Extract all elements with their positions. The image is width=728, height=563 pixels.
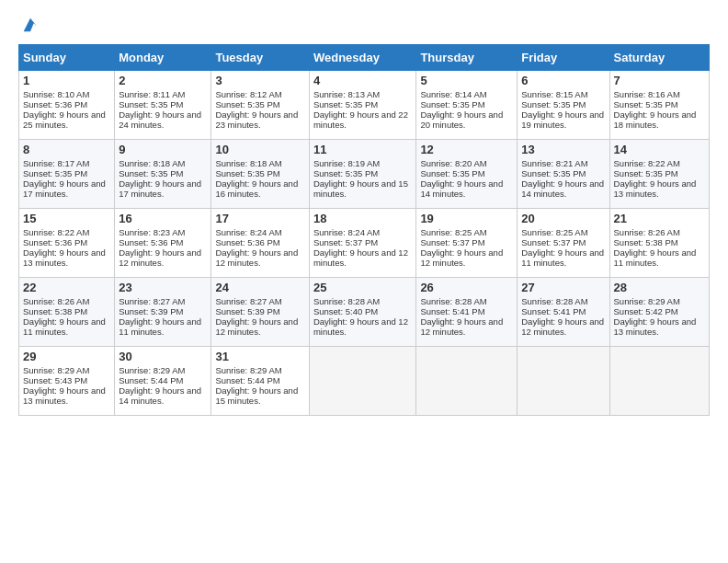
- daylight-text: Daylight: 9 hours and 13 minutes.: [614, 316, 697, 337]
- sunset-text: Sunset: 5:38 PM: [23, 306, 87, 316]
- sunrise-text: Sunrise: 8:19 AM: [313, 158, 380, 168]
- day-number: 19: [420, 212, 513, 225]
- calendar-week-row: 22Sunrise: 8:26 AMSunset: 5:38 PMDayligh…: [19, 278, 710, 347]
- sunrise-text: Sunrise: 8:14 AM: [420, 89, 486, 99]
- daylight-text: Daylight: 9 hours and 17 minutes.: [119, 178, 201, 199]
- sunset-text: Sunset: 5:35 PM: [521, 168, 586, 178]
- day-number: 22: [23, 281, 110, 294]
- calendar-day-cell: 3Sunrise: 8:12 AMSunset: 5:35 PMDaylight…: [211, 71, 310, 140]
- calendar-day-cell: 14Sunrise: 8:22 AMSunset: 5:35 PMDayligh…: [609, 140, 709, 209]
- calendar-day-cell: [309, 347, 415, 416]
- day-number: 5: [420, 74, 513, 87]
- sunset-text: Sunset: 5:36 PM: [215, 237, 279, 247]
- sunset-text: Sunset: 5:35 PM: [23, 168, 87, 178]
- day-number: 31: [215, 350, 305, 363]
- sunset-text: Sunset: 5:35 PM: [420, 168, 484, 178]
- calendar-week-row: 15Sunrise: 8:22 AMSunset: 5:36 PMDayligh…: [19, 209, 710, 278]
- day-number: 23: [119, 281, 207, 294]
- sunset-text: Sunset: 5:41 PM: [420, 306, 484, 316]
- sunrise-text: Sunrise: 8:27 AM: [215, 296, 281, 306]
- sunrise-text: Sunrise: 8:16 AM: [614, 89, 680, 99]
- calendar-day-cell: 19Sunrise: 8:25 AMSunset: 5:37 PMDayligh…: [416, 209, 518, 278]
- sunset-text: Sunset: 5:35 PM: [119, 168, 183, 178]
- calendar-day-cell: 21Sunrise: 8:26 AMSunset: 5:38 PMDayligh…: [609, 209, 709, 278]
- daylight-text: Daylight: 9 hours and 11 minutes.: [23, 316, 106, 337]
- day-number: 4: [313, 74, 412, 87]
- logo-icon: [20, 15, 40, 35]
- calendar-header-saturday: Saturday: [609, 45, 709, 71]
- daylight-text: Daylight: 9 hours and 22 minutes.: [313, 109, 408, 130]
- sunrise-text: Sunrise: 8:11 AM: [119, 89, 185, 99]
- daylight-text: Daylight: 9 hours and 20 minutes.: [420, 109, 503, 130]
- sunrise-text: Sunrise: 8:29 AM: [614, 296, 680, 306]
- calendar-day-cell: 31Sunrise: 8:29 AMSunset: 5:44 PMDayligh…: [211, 347, 310, 416]
- sunrise-text: Sunrise: 8:10 AM: [23, 89, 89, 99]
- calendar-week-row: 1Sunrise: 8:10 AMSunset: 5:36 PMDaylight…: [19, 71, 710, 140]
- sunrise-text: Sunrise: 8:25 AM: [521, 227, 587, 237]
- sunrise-text: Sunrise: 8:29 AM: [23, 365, 89, 375]
- day-number: 27: [521, 281, 605, 294]
- sunset-text: Sunset: 5:35 PM: [521, 99, 586, 109]
- calendar-day-cell: 13Sunrise: 8:21 AMSunset: 5:35 PMDayligh…: [518, 140, 609, 209]
- calendar-header-tuesday: Tuesday: [211, 45, 310, 71]
- calendar-day-cell: 15Sunrise: 8:22 AMSunset: 5:36 PMDayligh…: [19, 209, 115, 278]
- calendar-day-cell: 2Sunrise: 8:11 AMSunset: 5:35 PMDaylight…: [115, 71, 211, 140]
- daylight-text: Daylight: 9 hours and 18 minutes.: [614, 109, 697, 130]
- sunset-text: Sunset: 5:37 PM: [521, 237, 586, 247]
- day-number: 16: [119, 212, 207, 225]
- daylight-text: Daylight: 9 hours and 11 minutes.: [521, 247, 604, 268]
- day-number: 24: [215, 281, 305, 294]
- day-number: 2: [119, 74, 207, 87]
- daylight-text: Daylight: 9 hours and 13 minutes.: [614, 178, 697, 199]
- calendar-header-wednesday: Wednesday: [309, 45, 415, 71]
- daylight-text: Daylight: 9 hours and 12 minutes.: [420, 247, 503, 268]
- calendar-day-cell: 11Sunrise: 8:19 AMSunset: 5:35 PMDayligh…: [309, 140, 415, 209]
- sunrise-text: Sunrise: 8:24 AM: [313, 227, 380, 237]
- calendar-day-cell: 6Sunrise: 8:15 AMSunset: 5:35 PMDaylight…: [518, 71, 609, 140]
- day-number: 12: [420, 143, 513, 156]
- daylight-text: Daylight: 9 hours and 25 minutes.: [23, 109, 106, 130]
- calendar-day-cell: [416, 347, 518, 416]
- sunset-text: Sunset: 5:35 PM: [215, 168, 279, 178]
- sunset-text: Sunset: 5:36 PM: [119, 237, 183, 247]
- calendar-day-cell: 29Sunrise: 8:29 AMSunset: 5:43 PMDayligh…: [19, 347, 115, 416]
- daylight-text: Daylight: 9 hours and 13 minutes.: [23, 385, 106, 406]
- calendar-day-cell: 28Sunrise: 8:29 AMSunset: 5:42 PMDayligh…: [609, 278, 709, 347]
- day-number: 20: [521, 212, 605, 225]
- sunrise-text: Sunrise: 8:17 AM: [23, 158, 89, 168]
- calendar-header-friday: Friday: [518, 45, 609, 71]
- calendar-day-cell: 4Sunrise: 8:13 AMSunset: 5:35 PMDaylight…: [309, 71, 415, 140]
- day-number: 8: [23, 143, 110, 156]
- sunrise-text: Sunrise: 8:22 AM: [23, 227, 89, 237]
- sunrise-text: Sunrise: 8:18 AM: [215, 158, 281, 168]
- sunrise-text: Sunrise: 8:28 AM: [521, 296, 587, 306]
- calendar-day-cell: 26Sunrise: 8:28 AMSunset: 5:41 PMDayligh…: [416, 278, 518, 347]
- calendar-day-cell: 17Sunrise: 8:24 AMSunset: 5:36 PMDayligh…: [211, 209, 310, 278]
- daylight-text: Daylight: 9 hours and 12 minutes.: [420, 316, 503, 337]
- sunset-text: Sunset: 5:44 PM: [215, 375, 279, 385]
- sunrise-text: Sunrise: 8:23 AM: [119, 227, 185, 237]
- day-number: 9: [119, 143, 207, 156]
- sunset-text: Sunset: 5:35 PM: [215, 99, 279, 109]
- sunrise-text: Sunrise: 8:27 AM: [119, 296, 185, 306]
- header-section: [18, 15, 710, 35]
- day-number: 17: [215, 212, 305, 225]
- day-number: 10: [215, 143, 305, 156]
- day-number: 11: [313, 143, 412, 156]
- calendar-day-cell: [518, 347, 609, 416]
- calendar-day-cell: 8Sunrise: 8:17 AMSunset: 5:35 PMDaylight…: [19, 140, 115, 209]
- sunset-text: Sunset: 5:36 PM: [23, 237, 87, 247]
- daylight-text: Daylight: 9 hours and 16 minutes.: [215, 178, 298, 199]
- sunrise-text: Sunrise: 8:18 AM: [119, 158, 185, 168]
- daylight-text: Daylight: 9 hours and 17 minutes.: [23, 178, 106, 199]
- day-number: 15: [23, 212, 110, 225]
- daylight-text: Daylight: 9 hours and 19 minutes.: [521, 109, 604, 130]
- calendar-day-cell: 20Sunrise: 8:25 AMSunset: 5:37 PMDayligh…: [518, 209, 609, 278]
- day-number: 1: [23, 74, 110, 87]
- calendar-day-cell: 10Sunrise: 8:18 AMSunset: 5:35 PMDayligh…: [211, 140, 310, 209]
- sunset-text: Sunset: 5:41 PM: [521, 306, 586, 316]
- calendar-day-cell: 22Sunrise: 8:26 AMSunset: 5:38 PMDayligh…: [19, 278, 115, 347]
- day-number: 21: [614, 212, 705, 225]
- day-number: 30: [119, 350, 207, 363]
- sunset-text: Sunset: 5:35 PM: [313, 99, 378, 109]
